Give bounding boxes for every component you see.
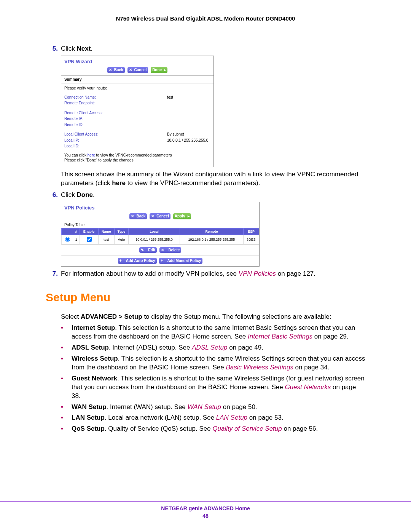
bullet-wireless-setup: • Wireless Setup. This selection is a sh… — [61, 355, 365, 372]
page: N750 Wireless Dual Band Gigabit ADSL Mod… — [0, 0, 411, 532]
verify-text: Please verify your inputs: — [64, 86, 210, 91]
arrow-right-icon: ▸ — [188, 214, 190, 219]
step5-summary: This screen shows the summary of the Wiz… — [61, 170, 365, 188]
col-local: Local — [129, 228, 180, 235]
bullet-internet-setup: • Internet Setup. This selection is a sh… — [61, 324, 365, 341]
remote-id-label: Remote ID: — [64, 122, 167, 128]
plus-icon: + — [161, 258, 163, 264]
policy-table-label: Policy Table — [61, 222, 259, 228]
vpn-policies-screenshot: VPN Policies ✕Back ✕Cancel Apply▸ Policy… — [61, 202, 260, 267]
bullet-wan-setup: • WAN Setup. Internet (WAN) setup. See W… — [61, 403, 365, 412]
bullet-icon: • — [61, 414, 72, 422]
step-number: 5. — [46, 45, 61, 53]
internet-basic-settings-link[interactable]: Internet Basic Settings — [248, 333, 312, 340]
step-body: Click Done. — [61, 191, 365, 200]
policy-table: # Enable Name Type Local Remote ESP 1 te… — [61, 228, 259, 244]
col-remote: Remote — [180, 228, 244, 235]
wan-setup-link[interactable]: WAN Setup — [188, 403, 221, 411]
x-icon: ✕ — [131, 214, 134, 219]
cell-remote: 192.168.0.1 / 255.255.255.255 — [180, 235, 244, 244]
col-num: # — [73, 228, 80, 235]
content: 5. Click Next. VPN Wizard ✕Back ✕Cancel … — [46, 45, 365, 433]
policies-title: VPN Policies — [61, 202, 259, 213]
remote-client-label: Remote Client Access: — [64, 110, 167, 116]
cell-num: 1 — [73, 235, 80, 244]
local-client-value: By subnet — [167, 132, 210, 137]
cancel-button[interactable]: ✕Cancel — [127, 67, 148, 73]
step-body: For information about how to add or modi… — [61, 270, 365, 278]
add-row: + Add Auto Policy + Add Manual Policy — [61, 255, 259, 266]
edit-button[interactable]: ✎ Edit — [139, 247, 157, 253]
step-number: 7. — [46, 270, 61, 278]
qos-setup-link[interactable]: Quality of Service Setup — [212, 425, 282, 432]
delete-button[interactable]: ✕ Delete — [159, 247, 182, 253]
back-button[interactable]: ✕Back — [107, 67, 125, 73]
add-auto-policy-button[interactable]: + Add Auto Policy — [118, 258, 157, 264]
text-bold: Next — [77, 45, 91, 52]
x-icon: ✕ — [161, 248, 164, 253]
col-enable: Enable — [80, 228, 98, 235]
summary-label: Summary — [61, 75, 213, 84]
remote-endpoint-label: Remote Endpoint: — [64, 101, 167, 106]
local-ip-value: 10.0.0.1 / 255.255.255.0 — [167, 138, 210, 143]
text: Click — [61, 45, 77, 52]
setup-menu-heading: Setup Menu — [46, 290, 365, 305]
col-name: Name — [98, 228, 114, 235]
policies-button-row: ✕Back ✕Cancel Apply▸ — [61, 212, 259, 222]
wizard-button-row: ✕Back ✕Cancel Done▸ — [61, 66, 213, 75]
local-id-label: Local ID: — [64, 144, 167, 149]
text: . — [91, 45, 92, 52]
add-manual-policy-button[interactable]: + Add Manual Policy — [159, 258, 202, 264]
bullet-icon: • — [61, 425, 72, 433]
vpn-wizard-screenshot: VPN Wizard ✕Back ✕Cancel Done▸ Summary P… — [61, 56, 214, 167]
cancel-button[interactable]: ✕Cancel — [150, 213, 170, 219]
done-button[interactable]: Done▸ — [151, 67, 167, 73]
local-ip-label: Local IP: — [64, 138, 167, 143]
x-icon: ✕ — [151, 214, 154, 219]
footer-page: 48 — [0, 513, 411, 519]
here-link[interactable]: here — [88, 153, 95, 157]
bullet-icon: • — [61, 324, 72, 341]
bullet-adsl-setup: • ADSL Setup. Internet (ADSL) setup. See… — [61, 343, 365, 352]
vpn-policies-link[interactable]: VPN Policies — [239, 270, 276, 277]
remote-ip-label: Remote IP: — [64, 116, 167, 121]
doc-header: N750 Wireless Dual Band Gigabit ADSL Mod… — [46, 15, 365, 22]
adsl-setup-link[interactable]: ADSL Setup — [192, 344, 227, 351]
bullet-qos-setup: • QoS Setup. Quality of Service (QoS) se… — [61, 425, 365, 433]
bullet-icon: • — [61, 343, 72, 352]
basic-wireless-settings-link[interactable]: Basic Wireless Settings — [226, 364, 293, 371]
col-esp: ESP — [243, 228, 259, 235]
pencil-icon: ✎ — [141, 248, 144, 253]
cell-local: 10.0.0.1 / 255.255.255.0 — [129, 235, 180, 244]
footer-title: NETGEAR genie ADVANCED Home — [0, 505, 411, 511]
wizard-body: Please verify your inputs: Connection Na… — [61, 83, 213, 167]
setup-intro: Select ADVANCED > Setup to display the S… — [61, 313, 365, 321]
arrow-right-icon: ▸ — [164, 67, 166, 73]
lan-setup-link[interactable]: LAN Setup — [216, 414, 247, 421]
local-client-label: Local Client Access: — [64, 132, 167, 137]
wizard-title: VPN Wizard — [61, 56, 213, 67]
back-button[interactable]: ✕Back — [129, 213, 147, 219]
footer: NETGEAR genie ADVANCED Home 48 — [0, 501, 411, 519]
apply-button[interactable]: Apply▸ — [173, 213, 191, 219]
cell-type: Auto — [114, 235, 128, 244]
bullet-icon: • — [61, 374, 72, 401]
guest-networks-link[interactable]: Guest Networks — [285, 383, 331, 391]
conn-name-label: Connection Name: — [64, 95, 167, 100]
row-select-radio[interactable] — [65, 237, 70, 242]
table-row: 1 test Auto 10.0.0.1 / 255.255.255.0 192… — [62, 235, 259, 244]
step-7: 7. For information about how to add or m… — [46, 270, 365, 278]
note-line: Please click "Done" to apply the changes — [64, 158, 210, 163]
x-icon: ✕ — [109, 67, 112, 73]
enable-checkbox[interactable] — [87, 237, 92, 242]
edit-delete-row: ✎ Edit ✕ Delete — [61, 244, 259, 256]
cell-esp: 3DES — [243, 235, 259, 244]
bullet-icon: • — [61, 355, 72, 372]
step-body: Click Next. — [61, 45, 365, 53]
bullet-guest-network: • Guest Network. This selection is a sho… — [61, 374, 365, 401]
bullet-lan-setup: • LAN Setup. Local area network (LAN) se… — [61, 414, 365, 422]
cell-name: test — [98, 235, 114, 244]
step-number: 6. — [46, 191, 61, 200]
plus-icon: + — [119, 258, 122, 264]
step-5: 5. Click Next. — [46, 45, 365, 53]
